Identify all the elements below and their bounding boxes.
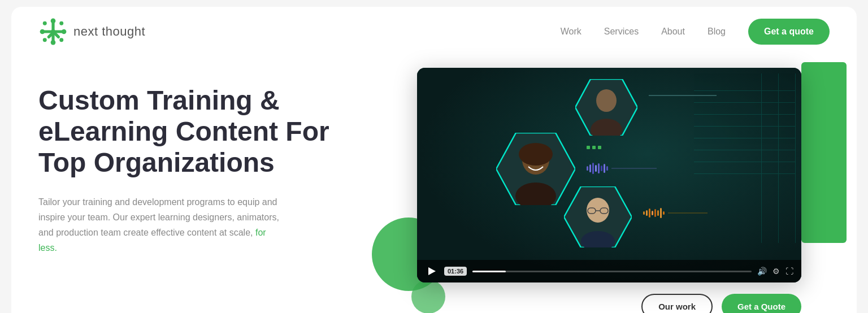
svg-point-23 xyxy=(587,198,609,223)
logo-icon xyxy=(38,17,68,46)
hero-title: Custom Training & eLearning Content For … xyxy=(38,85,332,179)
nav-services[interactable]: Services xyxy=(604,27,639,37)
main-content: Custom Training & eLearning Content For … xyxy=(11,56,857,313)
logo-text: next thought xyxy=(73,24,145,39)
bottom-cta-buttons: Our work Get a Quote xyxy=(641,294,801,313)
svg-point-16 xyxy=(596,89,617,112)
wave-3 xyxy=(643,208,708,218)
hero-subtitle: Tailor your training and development pro… xyxy=(38,194,281,256)
svg-point-9 xyxy=(40,29,45,34)
main-nav: Work Services About Blog xyxy=(561,27,726,37)
hero-highlight: for less. xyxy=(38,228,266,253)
dots-accent xyxy=(587,146,601,149)
wave-1 xyxy=(649,95,717,96)
hex-person-2 xyxy=(496,133,575,207)
video-scene xyxy=(417,68,801,282)
svg-point-20 xyxy=(519,143,553,166)
volume-icon[interactable]: 🔊 xyxy=(757,267,767,276)
our-work-button[interactable]: Our work xyxy=(641,294,713,313)
progress-bar[interactable] xyxy=(472,271,752,272)
right-panel: 01:36 🔊 ⚙ ⛶ Our work Get a Quote xyxy=(355,68,830,313)
svg-point-11 xyxy=(43,21,47,25)
svg-point-13 xyxy=(59,21,63,25)
video-player[interactable]: 01:36 🔊 ⚙ ⛶ xyxy=(417,68,801,282)
green-rect-accent xyxy=(801,62,847,243)
settings-icon[interactable]: ⚙ xyxy=(772,267,780,276)
progress-bar-fill xyxy=(472,271,506,272)
hex-group xyxy=(451,79,767,254)
nav-about[interactable]: About xyxy=(661,27,685,37)
left-panel: Custom Training & eLearning Content For … xyxy=(38,68,332,255)
nav-work[interactable]: Work xyxy=(561,27,581,37)
logo-link[interactable]: next thought xyxy=(38,17,145,46)
fullscreen-icon[interactable]: ⛶ xyxy=(785,267,793,276)
nav-blog[interactable]: Blog xyxy=(708,27,726,37)
play-icon xyxy=(428,267,436,275)
hex-person-3 xyxy=(564,186,632,250)
play-button[interactable] xyxy=(425,264,439,278)
hex-person-1 xyxy=(575,79,637,138)
page-wrapper: next thought Work Services About Blog Ge… xyxy=(11,7,857,313)
get-quote-button[interactable]: Get a Quote xyxy=(722,294,801,313)
green-circle-small xyxy=(411,280,445,313)
svg-point-7 xyxy=(51,19,56,24)
svg-point-14 xyxy=(43,38,47,42)
header: next thought Work Services About Blog Ge… xyxy=(11,7,857,56)
control-icons: 🔊 ⚙ ⛶ xyxy=(757,267,793,276)
timestamp: 01:36 xyxy=(444,267,467,276)
svg-point-12 xyxy=(59,38,63,42)
svg-point-8 xyxy=(51,40,56,45)
header-cta-button[interactable]: Get a quote xyxy=(748,19,830,45)
video-controls: 01:36 🔊 ⚙ ⛶ xyxy=(417,260,801,282)
svg-point-10 xyxy=(62,29,67,34)
wave-2 xyxy=(587,163,657,174)
